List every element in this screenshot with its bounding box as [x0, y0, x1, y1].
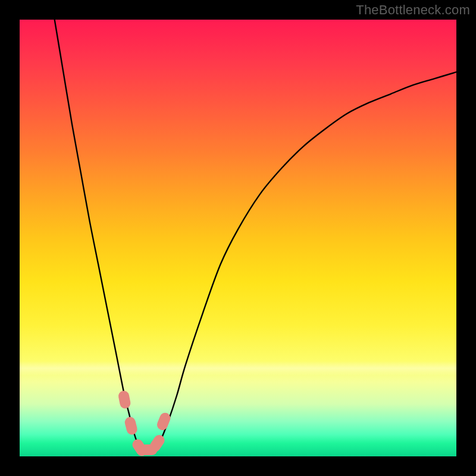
chart-frame: TheBottleneck.com	[0, 0, 476, 476]
curve-marker	[117, 390, 131, 409]
curve-markers	[117, 390, 172, 456]
curve-marker	[124, 416, 139, 436]
bottleneck-curve	[55, 20, 456, 452]
curve-marker	[155, 411, 172, 432]
curve-layer	[20, 20, 456, 456]
watermark-text: TheBottleneck.com	[356, 2, 470, 18]
plot-area	[20, 20, 456, 456]
